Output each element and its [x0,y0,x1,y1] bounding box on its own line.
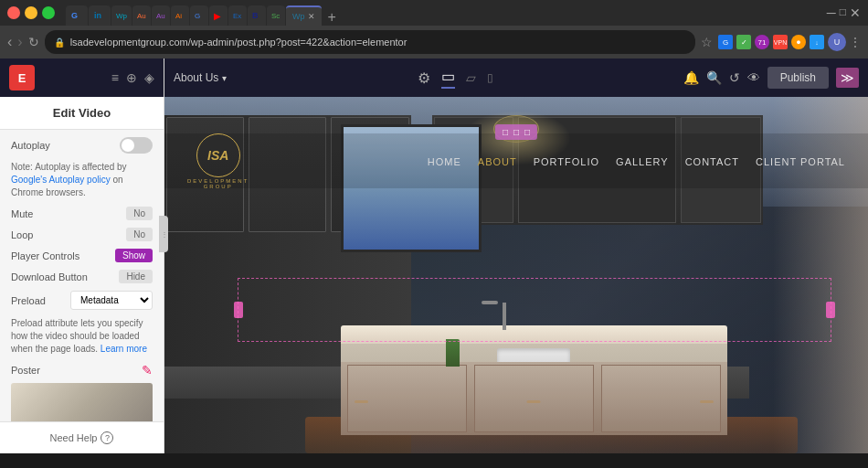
prev-ctrl-2[interactable]: □ [513,127,519,137]
logo-group: GROUP [204,184,233,189]
tab-sc[interactable]: Sc [267,5,285,26]
elementor-toolbar-icons: ≡ ⊕ ◈ [111,70,154,85]
download-button-toggle[interactable]: Hide [119,270,153,283]
history-icon[interactable]: ↺ [729,70,740,85]
hamburger-icon[interactable]: ≡ [111,70,119,85]
about-us-label: About Us [174,71,218,84]
help-circle-icon: ? [101,431,113,444]
need-help[interactable]: Need Help ? [9,431,154,444]
learn-more-link[interactable]: Learn more [101,344,147,354]
new-tab-btn[interactable]: + [323,9,342,26]
nav-contact[interactable]: CONTACT [685,156,739,167]
desktop-view-icon[interactable]: ▭ [441,68,455,89]
url-text: lsadevelopmentgroup.com/wp-admin/post.ph… [70,37,408,48]
poster-edit-icon[interactable]: ✎ [142,363,153,378]
poster-row: Poster ✎ [11,363,153,378]
tab-au2[interactable]: Au [152,5,170,26]
nav-reload[interactable]: ↻ [28,35,39,49]
nav-client-portal[interactable]: CLIENT PORTAL [756,156,845,167]
search-icon[interactable]: 🔍 [706,70,722,85]
layers-icon[interactable]: ◈ [144,70,154,85]
add-element-icon[interactable]: ⊕ [126,70,137,85]
ext-icons: G ✓ 71 VPN ● ↓ U ⋮ [718,33,861,51]
elementor-toolbar: E ≡ ⊕ ◈ [0,58,164,97]
nav-back[interactable]: ‹ [7,34,12,50]
player-controls-toggle[interactable]: Show [115,249,153,262]
download-button-label: Download Button [11,271,88,282]
mute-toggle[interactable]: No [126,207,153,220]
tablet-view-icon[interactable]: ▱ [466,70,476,85]
preload-select[interactable]: Auto Metadata None [70,291,153,310]
ext-1[interactable]: G [718,35,733,49]
ext-4[interactable]: VPN [773,35,788,49]
right-panel-icon[interactable]: ≫ [836,68,859,88]
ext-5[interactable]: ● [791,35,806,49]
mobile-view-icon[interactable]: ▯ [487,71,493,84]
minimize-window[interactable]: ─ [827,5,836,20]
autoplay-label: Autoplay [11,140,50,151]
extensions-btn[interactable]: ⋮ [850,36,861,48]
need-help-text: Need Help [50,432,98,443]
tab-yt[interactable]: ▶ [209,5,228,26]
tab-ai[interactable]: Ai [171,5,189,26]
nav-portfolio[interactable]: PORTFOLIO [534,156,599,167]
notifications-icon[interactable]: 🔔 [683,70,699,85]
user-avatar[interactable]: U [828,33,846,51]
tab-in[interactable]: in [89,5,111,26]
loop-row: Loop No [11,228,153,241]
minimize-btn[interactable] [25,6,37,19]
tab-wp2[interactable]: Wp ✕ [286,5,322,26]
elementor-topbar: About Us ▾ ⚙ ▭ ▱ ▯ 🔔 🔍 ↺ 👁 Publish ≫ [164,58,868,97]
about-us-button[interactable]: About Us ▾ [174,71,227,84]
selection-handle-right[interactable] [826,302,835,318]
kitchen-island [341,325,728,435]
settings-icon[interactable]: ⚙ [418,69,430,87]
tab-au1[interactable]: Au [132,5,151,26]
poster-preview [11,383,153,421]
elementor-logo[interactable]: E [9,65,35,90]
tab-close-active[interactable]: ✕ [308,12,315,21]
tab-b1[interactable]: B [248,5,266,26]
restore-window[interactable]: □ [840,5,846,20]
preload-label: Preload [11,295,46,306]
site-navigation: HOME ABOUT PORTFOLIO GALLERY CONTACT CLI… [428,153,845,169]
address-bar[interactable]: 🔒 lsadevelopmentgroup.com/wp-admin/post.… [45,30,695,54]
panel-resize-handle[interactable]: ⋮ [159,216,168,252]
tab-wp1[interactable]: Wp [111,5,132,26]
autoplay-policy-link[interactable]: Google's Autoplay policy [11,175,111,185]
maximize-btn[interactable] [42,6,55,19]
prev-ctrl-1[interactable]: □ [503,127,508,137]
autoplay-toggle[interactable] [120,137,153,154]
ext-2[interactable]: ✓ [736,35,751,49]
window-controls [7,6,55,19]
tab-g2[interactable]: G [190,5,208,26]
ext-3[interactable]: 71 [755,35,769,49]
close-btn[interactable] [7,6,20,19]
preview-eye-icon[interactable]: 👁 [747,70,760,85]
selection-box [238,278,831,342]
loop-toggle[interactable]: No [126,228,153,241]
nav-about[interactable]: ABOUT [478,156,517,167]
player-controls-label: Player Controls [11,250,79,261]
browser-tabs: G in Wp Au Au Ai G ▶ Ex B Sc [66,0,818,26]
poster-image [11,383,153,421]
panel-title: Edit Video [0,97,164,130]
logo-circle: ISA [196,133,240,177]
tab-ex[interactable]: Ex [228,5,247,26]
selection-handle-left[interactable] [234,302,243,318]
bookmark-icon[interactable]: ☆ [701,35,713,49]
editor-panel: E ≡ ⊕ ◈ Edit Video Autoplay Note: Autopl… [0,58,164,453]
download-button-row: Download Button Hide [11,270,153,283]
prev-ctrl-3[interactable]: □ [524,127,530,137]
publish-button[interactable]: Publish [767,67,829,89]
ext-6[interactable]: ↓ [810,35,824,49]
tab-g[interactable]: G [66,5,88,26]
panel-content: Autoplay Note: Autoplay is affected by G… [0,130,164,421]
handle-dots-icon: ⋮ [161,230,167,239]
preload-help: Preload attribute lets you specify how t… [11,317,153,356]
close-window[interactable]: ✕ [850,5,861,20]
nav-forward[interactable]: › [17,34,22,50]
nav-gallery[interactable]: GALLERY [616,156,669,167]
counter-decor [446,339,460,367]
nav-home[interactable]: HOME [428,156,461,167]
